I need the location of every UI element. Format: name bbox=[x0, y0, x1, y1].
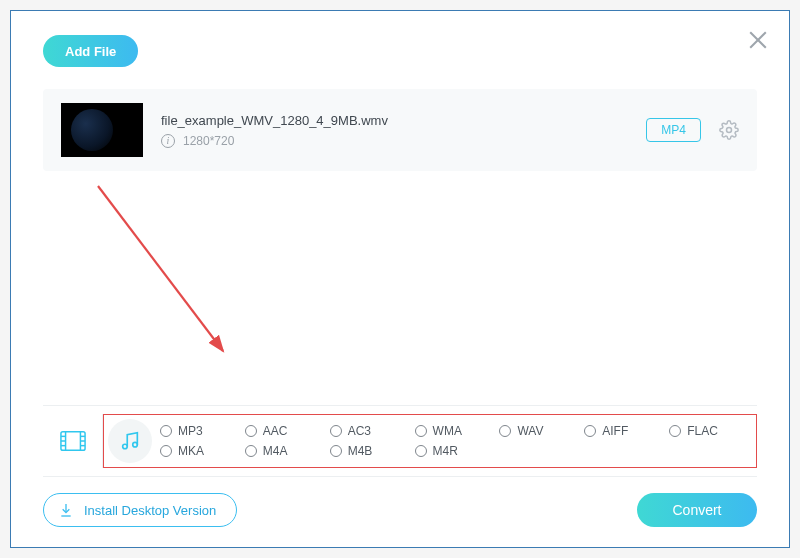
format-label: M4A bbox=[263, 444, 288, 458]
annotation-arrow bbox=[83, 181, 243, 381]
file-row: file_example_WMV_1280_4_9MB.wmv i 1280*7… bbox=[43, 89, 757, 171]
converter-window: Add File file_example_WMV_1280_4_9MB.wmv… bbox=[10, 10, 790, 548]
format-label: WMA bbox=[433, 424, 462, 438]
close-button[interactable] bbox=[747, 29, 769, 51]
format-label: FLAC bbox=[687, 424, 718, 438]
radio-icon bbox=[669, 425, 681, 437]
info-icon[interactable]: i bbox=[161, 134, 175, 148]
format-option-ac3[interactable]: AC3 bbox=[330, 424, 409, 438]
convert-button[interactable]: Convert bbox=[637, 493, 757, 527]
format-option-aac[interactable]: AAC bbox=[245, 424, 324, 438]
format-option-flac[interactable]: FLAC bbox=[669, 424, 748, 438]
svg-point-10 bbox=[123, 444, 128, 449]
radio-icon bbox=[415, 425, 427, 437]
radio-icon bbox=[499, 425, 511, 437]
audio-formats-tab[interactable] bbox=[108, 419, 152, 463]
video-formats-tab[interactable] bbox=[43, 414, 103, 468]
format-label: MP3 bbox=[178, 424, 203, 438]
format-option-mp3[interactable]: MP3 bbox=[160, 424, 239, 438]
formats-panel: MP3 AAC AC3 WMA WAV AIFF FLAC MKA M4A M4… bbox=[43, 405, 757, 477]
radio-icon bbox=[160, 425, 172, 437]
audio-format-grid: MP3 AAC AC3 WMA WAV AIFF FLAC MKA M4A M4… bbox=[160, 424, 748, 458]
format-label: WAV bbox=[517, 424, 543, 438]
download-icon bbox=[58, 502, 74, 518]
format-label: AC3 bbox=[348, 424, 371, 438]
format-label: AAC bbox=[263, 424, 288, 438]
convert-label: Convert bbox=[672, 502, 721, 518]
music-icon bbox=[119, 430, 141, 452]
file-name: file_example_WMV_1280_4_9MB.wmv bbox=[161, 113, 628, 128]
radio-icon bbox=[330, 425, 342, 437]
output-format-label: MP4 bbox=[661, 123, 686, 137]
add-file-label: Add File bbox=[65, 44, 116, 59]
file-thumbnail[interactable] bbox=[61, 103, 143, 157]
content-spacer bbox=[43, 171, 757, 405]
svg-point-11 bbox=[133, 442, 138, 447]
film-icon bbox=[60, 430, 86, 452]
radio-icon bbox=[330, 445, 342, 457]
file-dimensions-row: i 1280*720 bbox=[161, 134, 628, 148]
format-option-wma[interactable]: WMA bbox=[415, 424, 494, 438]
svg-point-0 bbox=[727, 128, 732, 133]
radio-icon bbox=[584, 425, 596, 437]
footer: Install Desktop Version Convert bbox=[43, 477, 757, 527]
format-option-m4a[interactable]: M4A bbox=[245, 444, 324, 458]
format-option-wav[interactable]: WAV bbox=[499, 424, 578, 438]
radio-icon bbox=[160, 445, 172, 457]
format-label: AIFF bbox=[602, 424, 628, 438]
format-label: M4B bbox=[348, 444, 373, 458]
format-label: M4R bbox=[433, 444, 458, 458]
install-desktop-button[interactable]: Install Desktop Version bbox=[43, 493, 237, 527]
add-file-button[interactable]: Add File bbox=[43, 35, 138, 67]
settings-button[interactable] bbox=[719, 120, 739, 140]
format-option-mka[interactable]: MKA bbox=[160, 444, 239, 458]
format-option-aiff[interactable]: AIFF bbox=[584, 424, 663, 438]
file-dimensions: 1280*720 bbox=[183, 134, 234, 148]
format-option-m4b[interactable]: M4B bbox=[330, 444, 409, 458]
radio-icon bbox=[415, 445, 427, 457]
install-desktop-label: Install Desktop Version bbox=[84, 503, 216, 518]
file-meta: file_example_WMV_1280_4_9MB.wmv i 1280*7… bbox=[161, 113, 628, 148]
format-option-m4r[interactable]: M4R bbox=[415, 444, 494, 458]
format-label: MKA bbox=[178, 444, 204, 458]
output-format-select[interactable]: MP4 bbox=[646, 118, 701, 142]
radio-icon bbox=[245, 445, 257, 457]
radio-icon bbox=[245, 425, 257, 437]
audio-formats-group: MP3 AAC AC3 WMA WAV AIFF FLAC MKA M4A M4… bbox=[103, 414, 757, 468]
